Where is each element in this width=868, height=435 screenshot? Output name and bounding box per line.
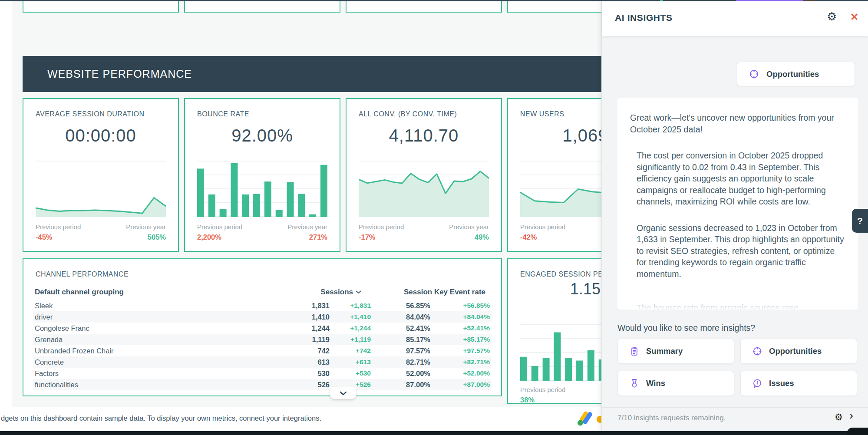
- close-icon[interactable]: ✕: [850, 12, 858, 22]
- gear-icon[interactable]: ⚙: [835, 412, 843, 422]
- fade-overlay: [617, 299, 858, 310]
- widget-title: AVERAGE SESSION DURATION: [36, 110, 145, 118]
- chip-label: Opportunities: [766, 69, 819, 79]
- prev-year-change: 271%: [309, 233, 327, 241]
- table-expand-button[interactable]: [330, 387, 356, 399]
- button-label: Summary: [646, 346, 683, 356]
- widget-title: BOUNCE RATE: [197, 110, 249, 118]
- medal-icon: [629, 378, 640, 389]
- insight-paragraph: Organic sessions decreased to 1,023 in O…: [637, 222, 846, 280]
- requests-remaining-status: 7/10 insights requests remaining.: [617, 414, 726, 422]
- section-header-widget[interactable]: WEBSITE PERFORMANCE: [23, 56, 601, 92]
- chevron-down-icon: [340, 391, 347, 395]
- widget-value: 4,110.70: [347, 126, 501, 145]
- table-row: Concrete 613 +613 82.71% +82.71%: [33, 356, 492, 368]
- summary-button[interactable]: Summary: [617, 339, 734, 364]
- widget-value: 00:00:00: [23, 126, 178, 145]
- chevron-right-icon[interactable]: ›: [849, 410, 853, 422]
- channel-table: Default channel grouping Sessions Sessio…: [33, 284, 492, 390]
- insight-action-buttons: Summary Opportunities Wins Issues: [617, 339, 857, 396]
- table-row: Sleek 1,831 +1,831 56.85% +56.85%: [33, 300, 492, 311]
- prev-period-label: Previous period: [359, 223, 404, 231]
- widget-channel-performance[interactable]: CHANNEL PERFORMANCE Default channel grou…: [23, 258, 502, 396]
- bottom-edge-strip: [0, 431, 868, 435]
- table-row: driver 1,410 +1,410 84.04% +84.04%: [33, 311, 492, 323]
- widget-value: 92.00%: [185, 126, 340, 145]
- prev-period-label: Previous period: [197, 223, 242, 231]
- prev-year-label: Previous year: [287, 223, 327, 231]
- section-title: WEBSITE PERFORMANCE: [47, 68, 192, 80]
- widget-all-conversions[interactable]: ALL CONV. (BY CONV. TIME) 4,110.70 Previ…: [346, 98, 502, 252]
- col-header-sessions[interactable]: Sessions: [286, 288, 371, 297]
- col-header-session-key-event-rate: Session Key Event rate: [371, 288, 490, 297]
- prev-period-change: -42%: [520, 233, 537, 241]
- wins-button[interactable]: Wins: [617, 371, 734, 396]
- dashthis-dashboard-screen: WEBSITE PERFORMANCE AVERAGE SESSION DURA…: [0, 0, 868, 435]
- prev-year-change: 49%: [475, 233, 489, 241]
- insight-text-card[interactable]: Great work—let's uncover new opportuniti…: [617, 98, 858, 310]
- area-sparkline-chart: [36, 161, 166, 218]
- col-header-channel: Default channel grouping: [35, 288, 286, 297]
- widget-title: CHANNEL PERFORMANCE: [36, 270, 129, 278]
- target-icon: [749, 69, 759, 79]
- widget-average-session-duration[interactable]: AVERAGE SESSION DURATION 00:00:00 Previo…: [23, 98, 179, 252]
- prev-period-label: Previous period: [520, 386, 565, 393]
- insight-paragraph: The cost per conversion in October 2025 …: [637, 150, 846, 208]
- button-label: Issues: [769, 379, 794, 388]
- cutoff-widget-3[interactable]: [346, 1, 502, 13]
- top-edge-strip: [0, 0, 868, 1]
- prev-period-label: Previous period: [520, 223, 565, 231]
- left-rail: [0, 1, 13, 407]
- notepad-icon: [629, 346, 640, 356]
- table-header-row: Default channel grouping Sessions Sessio…: [33, 284, 492, 300]
- table-row: Grenada 1,119 +1,119 85.17% +85.17%: [33, 334, 492, 345]
- prev-period-change: 2,200%: [197, 233, 221, 241]
- more-insights-prompt: Would you like to see more insights?: [617, 323, 755, 333]
- footer-divider: [602, 407, 868, 408]
- bottom-right-cutoff-element: [847, 428, 868, 435]
- button-label: Opportunities: [769, 346, 822, 356]
- cutoff-widget-1[interactable]: [23, 1, 179, 13]
- prev-period-change: -45%: [36, 233, 53, 241]
- widget-title: NEW USERS: [520, 110, 564, 118]
- widget-title: ALL CONV. (BY CONV. TIME): [359, 110, 457, 118]
- area-sparkline-chart: [359, 161, 489, 218]
- prev-period-change: 38%: [520, 396, 535, 404]
- sample-data-message: dgets on this dashboard contain sample d…: [1, 414, 321, 422]
- table-row: Unbranded Frozen Chair 742 +742 97.57% +…: [33, 345, 492, 356]
- widget-title: ENGAGED SESSION PER: [520, 270, 608, 278]
- insight-category-chip[interactable]: Opportunities: [737, 62, 855, 86]
- prev-year-label: Previous year: [126, 223, 166, 231]
- button-label: Wins: [646, 379, 665, 388]
- ai-insights-panel: AI INSIGHTS ⚙ ✕ Opportunities Great work…: [601, 0, 868, 435]
- table-row: functionalities 526 +526 87.00% +87.00%: [33, 379, 492, 390]
- google-ads-icon: [576, 410, 594, 427]
- prev-period-label: Previous period: [36, 223, 81, 231]
- table-row: Congolese Franc 1,244 +1,244 52.41% +52.…: [33, 323, 492, 334]
- ai-panel-header: AI INSIGHTS ⚙ ✕: [602, 1, 868, 36]
- target-icon: [752, 346, 762, 356]
- insight-intro: Great work—let's uncover new opportuniti…: [630, 112, 846, 135]
- question-mark-icon: ?: [857, 216, 863, 226]
- prev-year-label: Previous year: [449, 223, 489, 231]
- ai-panel-title: AI INSIGHTS: [615, 13, 673, 23]
- sort-chevron-down-icon: [356, 290, 361, 294]
- cutoff-widget-2[interactable]: [184, 1, 340, 13]
- sample-data-bar: dgets on this dashboard contain sample d…: [0, 407, 601, 431]
- prev-period-change: -17%: [359, 233, 376, 241]
- alert-bubble-icon: [752, 378, 762, 389]
- issues-button[interactable]: Issues: [740, 371, 857, 396]
- table-row: Factors 530 +530 52.00% +52.00%: [33, 368, 492, 379]
- help-button[interactable]: ?: [852, 209, 868, 233]
- prev-year-change: 505%: [148, 233, 166, 241]
- widget-bounce-rate[interactable]: BOUNCE RATE 92.00% Previous period Previ…: [184, 98, 340, 252]
- gear-icon[interactable]: ⚙: [827, 11, 837, 22]
- bar-sparkline-chart: [197, 161, 327, 218]
- opportunities-button[interactable]: Opportunities: [740, 339, 857, 364]
